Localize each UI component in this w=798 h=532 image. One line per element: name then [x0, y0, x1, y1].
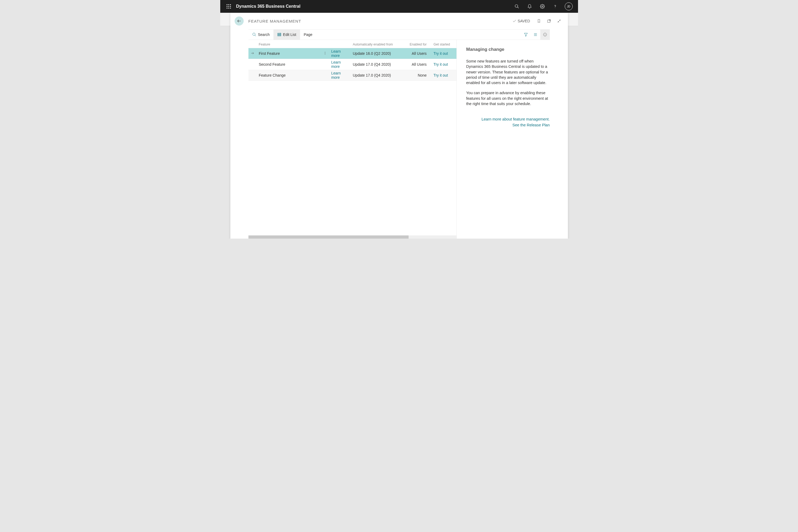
svg-point-9	[515, 4, 518, 7]
svg-point-12	[555, 8, 555, 8]
auto-enabled-value: Update 17.0 (Q4 2020)	[350, 70, 406, 81]
page-title-bar: FEATURE MANAGEMENT SAVED	[230, 13, 568, 29]
search-label: Search	[258, 33, 270, 37]
check-icon	[512, 19, 517, 23]
app-launcher-button[interactable]	[222, 0, 235, 13]
edit-list-icon	[277, 33, 281, 37]
list-toolbar: Search Edit List Page	[248, 29, 550, 40]
svg-line-17	[559, 19, 561, 21]
feature-name[interactable]: First Feature	[257, 48, 318, 59]
svg-rect-6	[227, 8, 227, 8]
table-row[interactable]: Second FeatureLearn moreUpdate 17.0 (Q4 …	[248, 59, 456, 70]
help-button[interactable]	[549, 0, 562, 13]
settings-button[interactable]	[536, 0, 549, 13]
svg-rect-21	[278, 34, 281, 35]
svg-rect-4	[228, 6, 229, 7]
page-modal: FEATURE MANAGEMENT SAVED	[230, 13, 568, 239]
user-avatar[interactable]: JD	[565, 2, 573, 11]
search-action[interactable]: Search	[248, 30, 273, 40]
svg-rect-20	[278, 33, 281, 34]
try-it-out-link[interactable]: Try it out	[434, 62, 448, 66]
svg-marker-24	[524, 33, 528, 36]
feature-list-panel: Feature Automatically enabled from Enabl…	[248, 40, 457, 239]
edit-list-label: Edit List	[283, 33, 296, 37]
svg-line-19	[255, 35, 256, 36]
edit-list-action[interactable]: Edit List	[273, 30, 300, 40]
row-indicator-icon	[251, 52, 254, 56]
auto-enabled-value: Update 16.0 (Q2 2020)	[350, 48, 406, 59]
feature-name[interactable]: Second Feature	[257, 59, 318, 70]
svg-point-11	[542, 6, 543, 7]
col-auto-header[interactable]: Automatically enabled from	[350, 40, 406, 48]
learn-more-link[interactable]: Learn more about feature management.	[466, 117, 550, 121]
info-panel: Managing change Some new features are tu…	[457, 40, 550, 239]
enabled-for-value[interactable]: All Users	[406, 48, 432, 59]
row-menu-button[interactable]	[323, 52, 327, 56]
learn-more-link[interactable]: Learn more	[331, 49, 341, 58]
search-icon	[252, 33, 256, 37]
svg-point-33	[325, 53, 325, 54]
col-enabled-header[interactable]: Enabled for	[406, 40, 432, 48]
saved-status: SAVED	[512, 19, 530, 23]
learn-more-link[interactable]: Learn more	[331, 71, 341, 79]
svg-point-34	[325, 54, 325, 55]
svg-rect-1	[228, 4, 229, 5]
svg-line-16	[557, 21, 559, 23]
learn-more-link[interactable]: Learn more	[331, 60, 341, 69]
svg-rect-3	[227, 6, 227, 7]
svg-rect-5	[230, 6, 231, 7]
enabled-for-value[interactable]: All Users	[406, 59, 432, 70]
page-label: Page	[304, 33, 312, 37]
info-title: Managing change	[466, 47, 550, 52]
page-action[interactable]: Page	[300, 30, 316, 40]
info-pane-button[interactable]	[540, 30, 550, 40]
scrollbar-thumb[interactable]	[248, 235, 408, 239]
back-button[interactable]	[234, 17, 244, 25]
search-button[interactable]	[510, 0, 523, 13]
col-feature-header[interactable]: Feature	[257, 40, 318, 48]
svg-point-18	[253, 33, 255, 35]
release-plan-link[interactable]: See the Release Plan	[466, 123, 550, 127]
table-row[interactable]: First FeatureLearn moreUpdate 16.0 (Q2 2…	[248, 48, 456, 59]
feature-name[interactable]: Feature Change	[257, 70, 318, 81]
notifications-button[interactable]	[523, 0, 536, 13]
svg-rect-2	[230, 4, 231, 5]
svg-line-15	[549, 20, 550, 21]
list-icon	[533, 33, 537, 37]
svg-point-32	[325, 52, 325, 52]
open-new-window-button[interactable]	[545, 17, 554, 25]
filter-icon	[524, 33, 528, 37]
try-it-out-link[interactable]: Try it out	[434, 51, 448, 56]
info-paragraph-2: You can prepare in advance by enabling t…	[466, 90, 550, 107]
table-row[interactable]: Feature ChangeLearn moreUpdate 17.0 (Q4 …	[248, 70, 456, 81]
saved-label: SAVED	[518, 19, 530, 23]
info-paragraph-1: Some new features are turned off when Dy…	[466, 58, 550, 86]
svg-rect-8	[230, 8, 231, 8]
svg-rect-7	[228, 8, 229, 8]
enabled-for-value[interactable]: None	[406, 70, 432, 81]
auto-enabled-value: Update 17.0 (Q4 2020)	[350, 59, 406, 70]
svg-rect-22	[278, 35, 281, 36]
list-view-button[interactable]	[531, 30, 540, 40]
info-icon	[543, 33, 547, 37]
filter-button[interactable]	[521, 30, 531, 40]
app-title: Dynamics 365 Business Central	[236, 4, 301, 9]
col-get-header[interactable]: Get started	[432, 40, 456, 48]
try-it-out-link[interactable]: Try it out	[434, 73, 448, 77]
svg-line-10	[517, 7, 519, 8]
global-header: Dynamics 365 Business Central JD	[220, 0, 578, 13]
svg-rect-0	[227, 4, 227, 5]
page-title: FEATURE MANAGEMENT	[248, 19, 301, 23]
collapse-button[interactable]	[555, 17, 564, 25]
horizontal-scrollbar[interactable]	[248, 235, 456, 239]
bookmark-button[interactable]	[534, 17, 544, 25]
feature-table: Feature Automatically enabled from Enabl…	[248, 40, 456, 81]
